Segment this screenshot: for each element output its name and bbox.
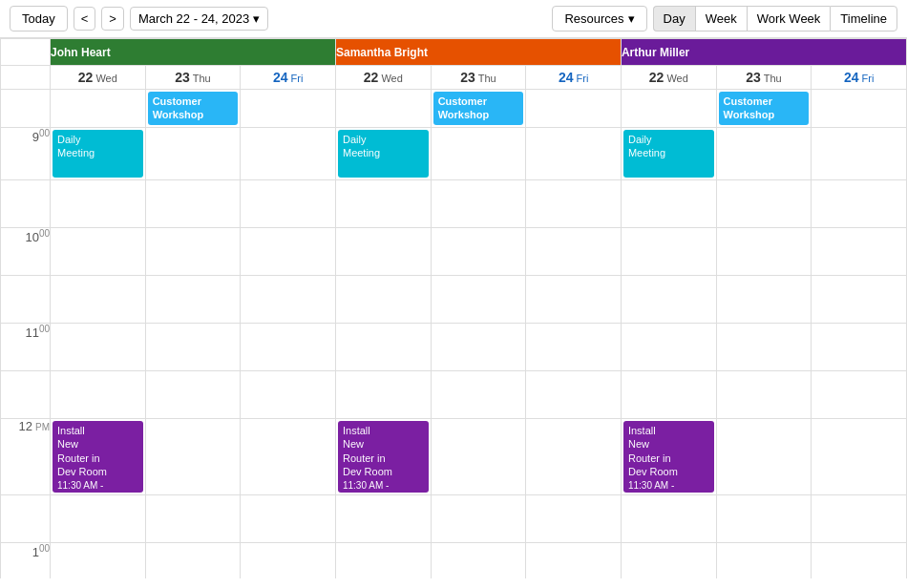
samantha-10-fri [526, 228, 622, 276]
samantha-daily-meeting-event[interactable]: DailyMeeting [338, 130, 429, 178]
arthur-9-wed: DailyMeeting [621, 128, 716, 180]
arthur-930-fri [812, 180, 907, 228]
samantha-10-thu [431, 228, 526, 276]
today-button[interactable]: Today [10, 6, 68, 32]
samantha-12-fri [526, 419, 622, 495]
date-range[interactable]: March 22 - 24, 2023 ▾ [130, 7, 268, 31]
john-1230-wed [51, 495, 146, 543]
arthur-daily-meeting-event[interactable]: DailyMeeting [623, 130, 714, 178]
arthur-customer-workshop-event[interactable]: CustomerWorkshop [719, 92, 810, 125]
calendar-container: John Heart Samantha Bright Arthur Miller… [0, 38, 907, 578]
time-row-930 [1, 180, 907, 228]
samantha-router-event[interactable]: InstallNewRouter inDev Room11:30 AM - [338, 421, 429, 493]
samantha-1-thu [431, 543, 526, 579]
arthur-1130-thu [716, 371, 812, 419]
samantha-allday-24 [526, 90, 622, 128]
arthur-1030-fri [812, 276, 907, 324]
john-10-wed [51, 228, 146, 276]
john-1030-fri [241, 276, 336, 324]
samantha-1-fri [526, 543, 622, 579]
allday-time-cell [1, 90, 51, 128]
john-1130-thu [145, 371, 241, 419]
view-workweek-button[interactable]: Work Week [747, 6, 831, 32]
arthur-1230-wed [621, 495, 716, 543]
samantha-10-wed [335, 228, 431, 276]
john-1-thu [145, 543, 241, 579]
time-day-spacer [1, 66, 51, 90]
john-930-fri [241, 180, 336, 228]
samantha-9-fri [526, 128, 622, 180]
arthur-10-thu [716, 228, 812, 276]
arthur-1130-fri [812, 371, 907, 419]
view-day-button[interactable]: Day [653, 6, 695, 32]
john-customer-workshop-event[interactable]: CustomerWorkshop [148, 92, 239, 125]
time-label-1030 [1, 276, 51, 324]
john-router-event[interactable]: InstallNewRouter inDev Room11:30 AM - [53, 421, 143, 493]
samantha-11-wed [335, 324, 431, 371]
john-daily-meeting-event[interactable]: DailyMeeting [53, 130, 143, 178]
samantha-12-wed: InstallNewRouter inDev Room11:30 AM - [335, 419, 431, 495]
arthur-1-thu [716, 543, 812, 579]
time-row-11: 1100 [1, 324, 907, 371]
next-button[interactable]: > [101, 7, 124, 31]
view-buttons: Day Week Work Week Timeline [653, 6, 897, 32]
samantha-1030-wed [335, 276, 431, 324]
samantha-930-thu [431, 180, 526, 228]
samantha-allday-22 [335, 90, 431, 128]
samantha-customer-workshop-event[interactable]: CustomerWorkshop [433, 92, 524, 125]
arthur-router-event[interactable]: InstallNewRouter inDev Room11:30 AM - [623, 421, 714, 493]
john-allday-23: CustomerWorkshop [145, 90, 241, 128]
john-12-fri [241, 419, 336, 495]
john-12-wed: InstallNewRouter inDev Room11:30 AM - [51, 419, 146, 495]
arthur-allday-22 [621, 90, 716, 128]
john-10-fri [241, 228, 336, 276]
samantha-1130-wed [335, 371, 431, 419]
john-1030-wed [51, 276, 146, 324]
john-1230-thu [145, 495, 241, 543]
john-11-thu [145, 324, 241, 371]
time-row-1230 [1, 495, 907, 543]
time-row-1130 [1, 371, 907, 419]
person-header-row: John Heart Samantha Bright Arthur Miller [1, 39, 907, 66]
resources-chevron-icon: ▾ [628, 11, 635, 26]
arthur-day-23: 23 Thu [716, 66, 812, 90]
arthur-allday-24 [812, 90, 907, 128]
john-day-24: 24 Fri [241, 66, 336, 90]
view-timeline-button[interactable]: Timeline [830, 6, 897, 32]
person-samantha-header: Samantha Bright [335, 39, 621, 66]
john-day-22: 22 Wed [51, 66, 146, 90]
arthur-1-fri [812, 543, 907, 579]
arthur-1030-wed [621, 276, 716, 324]
john-1230-fri [241, 495, 336, 543]
allday-row: CustomerWorkshop CustomerWorkshop Custom… [1, 90, 907, 128]
arthur-12-thu [716, 419, 812, 495]
time-label-1130 [1, 371, 51, 419]
samantha-9-thu [431, 128, 526, 180]
time-row-1030 [1, 276, 907, 324]
time-label-11: 1100 [1, 324, 51, 371]
samantha-1030-thu [431, 276, 526, 324]
arthur-11-thu [716, 324, 812, 371]
arthur-1230-fri [812, 495, 907, 543]
samantha-allday-23: CustomerWorkshop [431, 90, 526, 128]
arthur-10-wed [621, 228, 716, 276]
toolbar: Today < > March 22 - 24, 2023 ▾ Resource… [0, 0, 907, 38]
time-row-10: 1000 [1, 228, 907, 276]
time-row-1: 100 [1, 543, 907, 579]
arthur-11-wed [621, 324, 716, 371]
john-1130-wed [51, 371, 146, 419]
john-1-fri [241, 543, 336, 579]
person-arthur-header: Arthur Miller [621, 39, 906, 66]
samantha-day-22: 22 Wed [335, 66, 431, 90]
arthur-day-24: 24 Fri [812, 66, 907, 90]
arthur-1130-wed [621, 371, 716, 419]
samantha-1-wed [335, 543, 431, 579]
view-week-button[interactable]: Week [695, 6, 747, 32]
prev-button[interactable]: < [74, 7, 96, 31]
resources-button[interactable]: Resources ▾ [552, 6, 646, 32]
john-11-wed [51, 324, 146, 371]
samantha-1230-wed [335, 495, 431, 543]
arthur-allday-23: CustomerWorkshop [716, 90, 812, 128]
arthur-1230-thu [716, 495, 812, 543]
john-9-wed: DailyMeeting [51, 128, 146, 180]
